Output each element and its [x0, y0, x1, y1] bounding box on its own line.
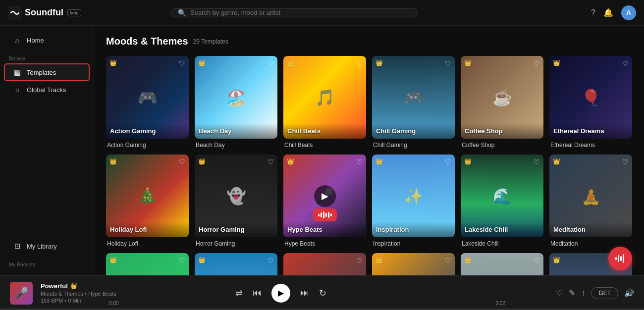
card-hype-beats[interactable]: 🎤Hype Beats👑♡▶ — [283, 155, 366, 237]
volume-icon[interactable]: 🔊 — [624, 288, 634, 298]
player-meta: Moods & Themes • Hype Beats — [41, 291, 116, 297]
heart-icon-chill-gaming[interactable]: ♡ — [445, 59, 451, 67]
get-button[interactable]: GET — [591, 287, 618, 299]
waveform-icon — [614, 253, 626, 264]
beta-badge: beta — [67, 9, 81, 16]
waveform-overlay-hype-beats — [313, 208, 337, 221]
card-coffee-shop[interactable]: ☕Coffee Shop👑♡ — [461, 56, 543, 139]
card-wrapper-beach-day: 🏖️Beach Day👑♡Beach Day — [195, 56, 277, 149]
card-name-chill-beats: Chill Beats — [283, 142, 366, 149]
card-label-ethereal-dreams: Ethereal Dreams — [549, 123, 632, 139]
card-label-coffee-shop: Coffee Shop — [461, 123, 543, 139]
heart-icon-relaxation[interactable]: ♡ — [534, 257, 540, 264]
card-name-ethereal-dreams: Ethereal Dreams — [549, 142, 632, 149]
topbar: Soundful beta 🔍 ? 🔔 A — [0, 0, 644, 26]
card-wrapper-hype-beats: 🎤Hype Beats👑♡▶Hype Beats — [283, 155, 366, 247]
heart-icon-beach-day[interactable]: ♡ — [268, 59, 274, 67]
card-wrapper-pool-party: 🏊Pool Party👑♡Pool Party — [195, 253, 277, 275]
crown-icon-real-estate: 👑 — [376, 257, 383, 263]
heart-icon-action-gaming[interactable]: ♡ — [179, 59, 185, 67]
heart-icon-chill-beats[interactable]: ♡ — [356, 59, 363, 67]
fab-button[interactable] — [608, 247, 632, 270]
shuffle-button[interactable]: ⇌ — [235, 288, 243, 299]
notification-icon[interactable]: 🔔 — [603, 8, 613, 17]
heart-icon-coffee-shop[interactable]: ♡ — [534, 59, 540, 67]
card-label-hype-beats: Hype Beats — [283, 222, 366, 237]
card-name-lakeside-chill: Lakeside Chill — [461, 240, 543, 247]
card-img-picnic-park: 🌳 — [106, 253, 189, 275]
crown-icon-hype-beats: 👑 — [287, 158, 294, 165]
crown-icon-road-trip: 👑 — [553, 257, 560, 263]
card-name-inspiration: Inspiration — [372, 240, 455, 247]
card-wrapper-chill-gaming: 🎮Chill Gaming👑♡Chill Gaming — [372, 56, 455, 149]
section-header: Moods & Themes 29 Templates — [106, 36, 632, 47]
heart-icon-hype-beats[interactable]: ♡ — [356, 158, 363, 166]
card-img-relaxation: 🌿 — [461, 253, 543, 275]
card-inspiration[interactable]: ✨Inspiration👑♡ — [372, 155, 455, 237]
card-horror-gaming[interactable]: 👻Horror Gaming👑♡ — [195, 155, 277, 237]
search-bar[interactable]: 🔍 — [170, 8, 418, 17]
card-beach-day[interactable]: 🏖️Beach Day👑♡ — [195, 56, 277, 139]
svg-rect-4 — [623, 254, 624, 263]
heart-icon-racing-gaming[interactable]: ♡ — [356, 257, 363, 264]
card-name-coffee-shop: Coffee Shop — [461, 142, 543, 149]
card-real-estate[interactable]: 🏠Real Estate👑♡ — [372, 253, 455, 275]
edit-icon[interactable]: ✎ — [569, 288, 575, 298]
search-input[interactable] — [190, 9, 411, 16]
heart-icon-lakeside-chill[interactable]: ♡ — [534, 158, 540, 166]
prev-button[interactable]: ⏮ — [253, 288, 262, 298]
card-lakeside-chill[interactable]: 🌊Lakeside Chill👑♡ — [461, 155, 543, 237]
section-count: 29 Templates — [193, 38, 228, 45]
heart-icon-ethereal-dreams[interactable]: ♡ — [622, 59, 629, 67]
help-icon[interactable]: ? — [591, 8, 595, 17]
card-wrapper-holiday-lofi: 🎄Holiday Lofi👑♡Holiday Lofi — [106, 155, 189, 247]
favorite-icon[interactable]: ♡ — [556, 288, 563, 298]
card-ethereal-dreams[interactable]: 🎈Ethereal Dreams👑♡ — [549, 56, 632, 139]
card-meditation[interactable]: 🧘Meditation👑♡ — [549, 155, 632, 237]
heart-icon-inspiration[interactable]: ♡ — [445, 158, 451, 166]
card-wrapper-inspiration: ✨Inspiration👑♡Inspiration — [372, 155, 455, 247]
card-chill-gaming[interactable]: 🎮Chill Gaming👑♡ — [372, 56, 455, 139]
heart-icon-horror-gaming[interactable]: ♡ — [268, 158, 274, 166]
card-label-action-gaming: Action Gaming — [106, 123, 189, 139]
avatar[interactable]: A — [621, 5, 636, 20]
card-label-beach-day: Beach Day — [195, 123, 277, 139]
card-holiday-lofi[interactable]: 🎄Holiday Lofi👑♡ — [106, 155, 189, 237]
sidebar-item-templates[interactable]: ▦ Templates — [4, 63, 90, 81]
sidebar-item-my-library[interactable]: ⊡ My Library — [4, 237, 90, 255]
global-tracks-icon: ○ — [13, 86, 22, 94]
heart-icon-meditation[interactable]: ♡ — [622, 158, 629, 166]
topbar-actions: ? 🔔 A — [591, 5, 636, 20]
card-racing-gaming[interactable]: 🏎️Racing Gaming♡ — [283, 253, 366, 275]
card-picnic-park[interactable]: 🌳Picnic in the Park👑♡ — [106, 253, 189, 275]
heart-icon-real-estate[interactable]: ♡ — [445, 257, 451, 264]
card-chill-beats[interactable]: 🎵Chill Beats👑♡ — [283, 56, 366, 139]
card-pool-party[interactable]: 🏊Pool Party👑♡ — [195, 253, 277, 275]
play-overlay-hype-beats[interactable]: ▶ — [314, 185, 336, 207]
crown-icon-horror-gaming: 👑 — [198, 158, 206, 165]
crown-icon-action-gaming: 👑 — [109, 59, 117, 66]
templates-icon: ▦ — [13, 68, 22, 77]
heart-icon-holiday-lofi[interactable]: ♡ — [179, 158, 185, 166]
card-label-lakeside-chill: Lakeside Chill — [461, 222, 543, 237]
svg-rect-3 — [620, 256, 622, 261]
repeat-button[interactable]: ↻ — [319, 288, 326, 299]
card-name-holiday-lofi: Holiday Lofi — [106, 240, 189, 247]
card-relaxation[interactable]: 🌿Relaxation👑♡ — [461, 253, 543, 275]
sidebar-item-global-tracks[interactable]: ○ Global Tracks — [4, 81, 90, 99]
card-grid: 🎮Action Gaming👑♡Action Gaming🏖️Beach Day… — [106, 56, 632, 275]
heart-icon-picnic-park[interactable]: ♡ — [179, 257, 185, 264]
heart-icon-pool-party[interactable]: ♡ — [268, 257, 274, 264]
card-wrapper-coffee-shop: ☕Coffee Shop👑♡Coffee Shop — [461, 56, 543, 149]
player-right-controls: ♡ ✎ ↑ GET 🔊 — [556, 287, 634, 299]
logo[interactable]: Soundful beta — [8, 6, 81, 20]
main-layout: ⌂ Home Browse ▦ Templates ○ Global Track… — [0, 26, 644, 275]
card-action-gaming[interactable]: 🎮Action Gaming👑♡ — [106, 56, 189, 139]
sidebar-item-home[interactable]: ⌂ Home — [4, 32, 90, 49]
content-area: Moods & Themes 29 Templates 🎮Action Gami… — [94, 26, 644, 275]
svg-rect-2 — [618, 255, 619, 262]
next-button[interactable]: ⏭ — [300, 288, 309, 298]
share-icon[interactable]: ↑ — [581, 289, 585, 298]
play-button[interactable]: ▶ — [271, 284, 290, 303]
crown-icon-beach-day: 👑 — [198, 59, 206, 66]
